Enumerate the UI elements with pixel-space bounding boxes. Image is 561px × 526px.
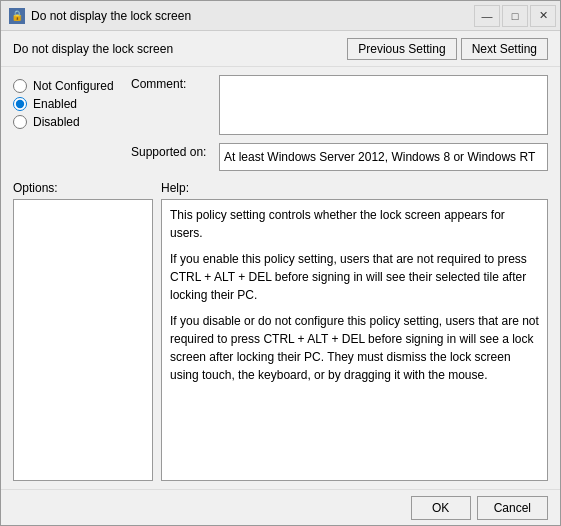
comment-label: Comment: <box>131 75 211 91</box>
header-title: Do not display the lock screen <box>13 42 173 56</box>
comment-row: Comment: <box>131 75 548 135</box>
disabled-label: Disabled <box>33 115 80 129</box>
right-section: Comment: Supported on: At least Windows … <box>131 75 548 171</box>
title-bar: 🔒 Do not display the lock screen — □ ✕ <box>1 1 560 31</box>
options-panel: Options: <box>13 181 153 481</box>
footer: OK Cancel <box>1 489 560 525</box>
help-paragraph-1: This policy setting controls whether the… <box>170 206 539 242</box>
options-label: Options: <box>13 181 153 195</box>
window-icon: 🔒 <box>9 8 25 24</box>
help-panel: Help: This policy setting controls wheth… <box>161 181 548 481</box>
close-button[interactable]: ✕ <box>530 5 556 27</box>
not-configured-radio[interactable] <box>13 79 27 93</box>
enabled-radio[interactable] <box>13 97 27 111</box>
previous-setting-button[interactable]: Previous Setting <box>347 38 456 60</box>
not-configured-option[interactable]: Not Configured <box>13 79 123 93</box>
help-paragraph-2: If you enable this policy setting, users… <box>170 250 539 304</box>
header-bar: Do not display the lock screen Previous … <box>1 31 560 67</box>
disabled-option[interactable]: Disabled <box>13 115 123 129</box>
dialog-window: 🔒 Do not display the lock screen — □ ✕ D… <box>0 0 561 526</box>
title-bar-left: 🔒 Do not display the lock screen <box>9 8 191 24</box>
cancel-button[interactable]: Cancel <box>477 496 548 520</box>
help-label: Help: <box>161 181 548 195</box>
maximize-button[interactable]: □ <box>502 5 528 27</box>
header-buttons: Previous Setting Next Setting <box>347 38 548 60</box>
help-box: This policy setting controls whether the… <box>161 199 548 481</box>
disabled-radio[interactable] <box>13 115 27 129</box>
main-content: Not Configured Enabled Disabled Comment: <box>1 67 560 489</box>
help-text: This policy setting controls whether the… <box>170 206 539 384</box>
comment-textarea[interactable] <box>219 75 548 135</box>
top-section: Not Configured Enabled Disabled Comment: <box>13 75 548 171</box>
radio-group: Not Configured Enabled Disabled <box>13 75 123 171</box>
minimize-button[interactable]: — <box>474 5 500 27</box>
enabled-label: Enabled <box>33 97 77 111</box>
supported-row: Supported on: At least Windows Server 20… <box>131 143 548 171</box>
ok-button[interactable]: OK <box>411 496 471 520</box>
enabled-option[interactable]: Enabled <box>13 97 123 111</box>
window-title: Do not display the lock screen <box>31 9 191 23</box>
help-paragraph-3: If you disable or do not configure this … <box>170 312 539 384</box>
options-box <box>13 199 153 481</box>
not-configured-label: Not Configured <box>33 79 114 93</box>
supported-label: Supported on: <box>131 143 211 159</box>
supported-value: At least Windows Server 2012, Windows 8 … <box>224 150 535 164</box>
next-setting-button[interactable]: Next Setting <box>461 38 548 60</box>
title-buttons: — □ ✕ <box>474 5 556 27</box>
supported-value-box: At least Windows Server 2012, Windows 8 … <box>219 143 548 171</box>
options-help-section: Options: Help: This policy setting contr… <box>13 181 548 481</box>
